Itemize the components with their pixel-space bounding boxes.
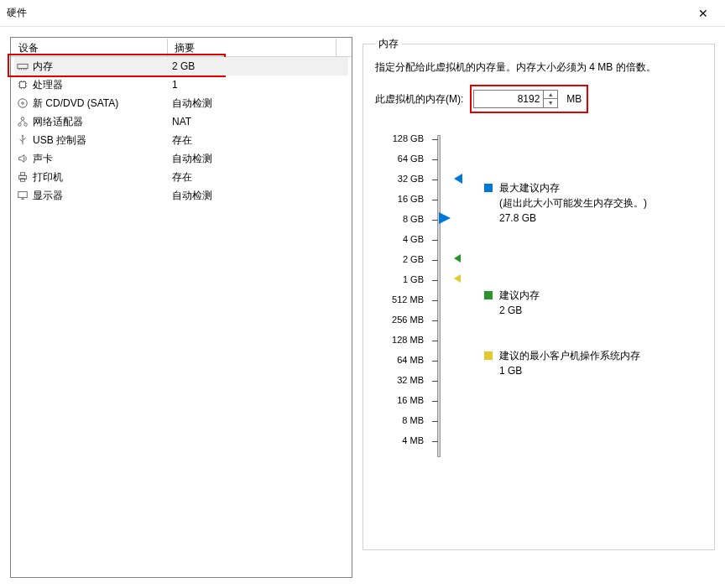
device-name: 显示器 (33, 189, 167, 203)
svg-rect-5 (20, 82, 26, 88)
memory-input-row: 此虚拟机的内存(M): ▲ ▼ MB (375, 85, 702, 113)
device-list-panel: 设备 摘要 内存 2 GB 处理器 1 (10, 37, 352, 578)
memory-slider[interactable] (437, 135, 441, 457)
device-row-cddvd[interactable]: 新 CD/DVD (SATA) 自动检测 (14, 94, 348, 112)
legend-square-blue-icon (484, 184, 493, 192)
spinner-up-button[interactable]: ▲ (544, 91, 557, 99)
memory-fieldset: 内存 指定分配给此虚拟机的内存量。内存大小必须为 4 MB 的倍数。 此虚拟机的… (362, 37, 715, 550)
memory-input-label: 此虚拟机的内存(M): (375, 92, 463, 107)
svg-rect-4 (26, 69, 27, 70)
device-name: 新 CD/DVD (SATA) (33, 96, 167, 111)
header-summary[interactable]: 摘要 (168, 39, 336, 56)
svg-line-24 (20, 139, 23, 142)
memory-unit: MB (566, 93, 582, 105)
slider-tick-label: 4 MB (375, 430, 424, 450)
memory-input[interactable] (474, 91, 543, 107)
svg-point-15 (22, 102, 24, 105)
device-name: 处理器 (33, 78, 167, 92)
device-name: 网络适配器 (33, 115, 167, 129)
device-name: 打印机 (33, 170, 167, 185)
legend-min-text: 建议的最小客户机操作系统内存 1 GB (499, 348, 640, 378)
slider-thumb-icon[interactable] (439, 212, 451, 224)
slider-tick-label: 64 MB (375, 350, 424, 370)
svg-point-16 (18, 123, 22, 127)
network-icon (16, 115, 29, 128)
memory-icon (16, 60, 29, 73)
close-button[interactable]: ✕ (688, 2, 718, 25)
slider-tick-label: 512 MB (375, 289, 424, 310)
device-row-printer[interactable]: 打印机 存在 (14, 168, 348, 186)
device-summary: NAT (167, 116, 348, 127)
legend-rec-text: 建议内存 2 GB (499, 288, 540, 318)
marker-max-icon (454, 174, 462, 184)
svg-rect-28 (18, 192, 28, 198)
slider-tick-label: 128 MB (375, 330, 424, 350)
device-name: USB 控制器 (33, 133, 167, 148)
device-summary: 自动检测 (167, 152, 348, 166)
content-pane: 设备 摘要 内存 2 GB 处理器 1 (0, 27, 725, 588)
slider-tick-label: 4 GB (375, 229, 424, 249)
svg-point-14 (18, 99, 28, 108)
device-table-header: 设备 摘要 (11, 39, 352, 57)
device-name: 内存 (33, 60, 167, 74)
titlebar: 硬件 ✕ (0, 0, 725, 27)
slider-tick-label: 8 GB (375, 209, 424, 229)
svg-point-18 (21, 117, 24, 121)
device-row-network[interactable]: 网络适配器 NAT (14, 112, 348, 131)
svg-point-22 (22, 135, 23, 137)
svg-line-20 (23, 120, 26, 123)
printer-icon (16, 170, 29, 184)
slider-tick-label: 1 GB (375, 269, 424, 289)
device-row-memory[interactable]: 内存 2 GB (14, 57, 348, 75)
header-device[interactable]: 设备 (15, 39, 168, 56)
legend-square-yellow-icon (484, 351, 493, 360)
slider-track-wrap (424, 128, 454, 457)
slider-tick-label: 8 MB (375, 410, 424, 430)
device-summary: 自动检测 (167, 189, 348, 203)
svg-rect-3 (23, 69, 24, 70)
device-summary: 存在 (167, 133, 348, 148)
display-icon (16, 189, 29, 202)
cd-icon (16, 96, 29, 110)
memory-spinner[interactable]: ▲ ▼ (473, 90, 558, 108)
slider-tick-label: 64 GB (375, 148, 424, 169)
legend-max-text: 最大建议内存 (超出此大小可能发生内存交换。) 27.8 GB (499, 180, 647, 226)
cpu-icon (16, 78, 29, 91)
spinner-down-button[interactable]: ▼ (544, 99, 557, 107)
window-title: 硬件 (7, 6, 27, 20)
usb-icon (16, 133, 29, 147)
device-row-sound[interactable]: 声卡 自动检测 (14, 149, 348, 168)
memory-description: 指定分配给此虚拟机的内存量。内存大小必须为 4 MB 的倍数。 (375, 60, 702, 75)
device-summary: 1 (167, 79, 348, 91)
marker-rec-icon (454, 254, 461, 263)
sound-icon (16, 152, 29, 165)
highlight-box-memory-input: ▲ ▼ MB (470, 85, 588, 113)
marker-min-icon (454, 274, 461, 283)
slider-tick-label: 256 MB (375, 310, 424, 330)
slider-tick-label: 16 MB (375, 390, 424, 410)
slider-tick-label: 128 GB (375, 128, 424, 148)
device-row-usb[interactable]: USB 控制器 存在 (14, 131, 348, 149)
legend-square-green-icon (484, 291, 493, 299)
slider-tick-label: 16 GB (375, 189, 424, 209)
device-summary: 自动检测 (167, 96, 348, 111)
svg-rect-0 (18, 64, 28, 68)
device-rows: 内存 2 GB 处理器 1 新 CD/DVD (SATA) 自动检测 (11, 57, 352, 205)
svg-line-23 (23, 138, 26, 140)
device-summary: 2 GB (167, 60, 348, 72)
svg-rect-1 (19, 69, 20, 70)
device-name: 声卡 (33, 152, 167, 166)
svg-rect-26 (20, 173, 24, 176)
slider-tick-labels: 128 GB64 GB32 GB16 GB8 GB4 GB2 GB1 GB512… (375, 128, 424, 457)
svg-point-17 (24, 123, 28, 127)
slider-tick-label: 2 GB (375, 249, 424, 269)
memory-slider-area: 128 GB64 GB32 GB16 GB8 GB4 GB2 GB1 GB512… (375, 128, 702, 457)
device-row-display[interactable]: 显示器 自动检测 (14, 186, 348, 205)
device-row-cpu[interactable]: 处理器 1 (14, 75, 348, 94)
slider-tick-label: 32 MB (375, 370, 424, 390)
device-summary: 存在 (167, 170, 348, 185)
svg-line-19 (20, 120, 23, 123)
memory-legend: 内存 (375, 37, 402, 51)
svg-rect-2 (21, 69, 22, 70)
memory-settings-panel: 内存 指定分配给此虚拟机的内存量。内存大小必须为 4 MB 的倍数。 此虚拟机的… (362, 37, 715, 578)
